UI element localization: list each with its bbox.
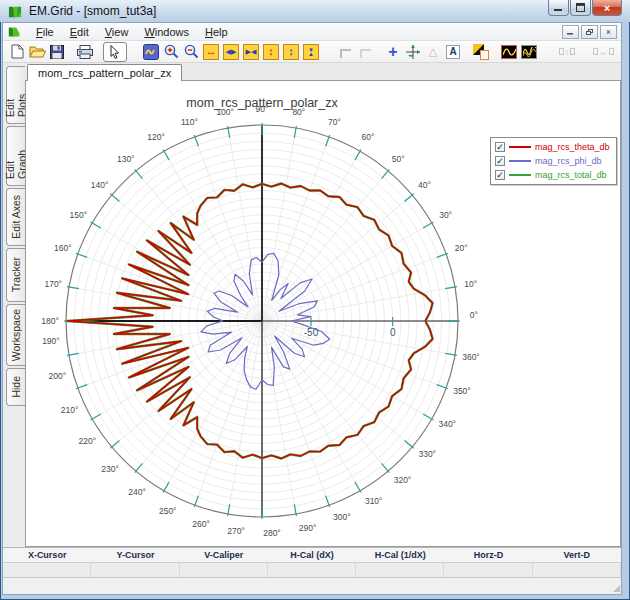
- new-document-button[interactable]: [7, 42, 27, 62]
- svg-text:330°: 330°: [418, 449, 436, 459]
- expand-vertical-button[interactable]: ↕: [261, 42, 281, 62]
- add-cursor-button[interactable]: +: [383, 42, 403, 62]
- resize-grip-icon[interactable]: ◢: [613, 583, 620, 593]
- expand-horizontal-button[interactable]: ↔: [201, 42, 221, 62]
- plot-style-2-button[interactable]: [519, 42, 539, 62]
- sidebar-tab-edit-axes[interactable]: Edit Axes: [6, 188, 25, 246]
- val-horz-d: [444, 563, 532, 577]
- spread-vertical-icon: ↕: [559, 47, 576, 57]
- svg-text:220°: 220°: [78, 436, 96, 446]
- sine-wave-icon: [501, 45, 517, 59]
- col-h-cal-1dx: H-Cal (1/dX): [356, 548, 444, 562]
- select-pointer-button[interactable]: [103, 42, 127, 62]
- mdi-close-icon: ×: [606, 27, 611, 37]
- corner-marker-icon: [340, 49, 351, 58]
- val-vert-d: [533, 563, 621, 577]
- pointer-icon: [110, 45, 120, 59]
- sidebar-tab-edit-plots[interactable]: Edit Plots: [6, 66, 25, 124]
- svg-text:340°: 340°: [438, 419, 456, 429]
- svg-text:80°: 80°: [292, 107, 305, 117]
- svg-text:40°: 40°: [418, 180, 431, 190]
- legend-label-theta: mag_rcs_theta_db: [535, 142, 610, 152]
- legend-checkbox-phi[interactable]: ✓: [495, 156, 505, 166]
- svg-text:210°: 210°: [61, 405, 79, 415]
- val-y-cursor: [91, 563, 179, 577]
- toolbar: ↔ ◀▶ ▶◀ ↕ ↕ ▼▲ + △ A ↕ ↔ Layout: [3, 41, 621, 63]
- mdi-minimize-button[interactable]: [562, 25, 579, 39]
- col-vert-d: Vert-D: [533, 548, 621, 562]
- svg-text:-50: -50: [304, 327, 319, 338]
- plot-panel: mom_rcs_pattern_polar_zx-5000°10°20°30°4…: [25, 81, 621, 547]
- menu-help[interactable]: Help: [197, 24, 236, 40]
- mdi-child-icon: [8, 25, 21, 38]
- sidebar-tab-hide[interactable]: Hide: [6, 368, 25, 406]
- legend-checkbox-total[interactable]: ✓: [495, 170, 505, 180]
- legend-row: ✓ mag_rcs_total_db: [495, 169, 610, 181]
- zoom-out-button[interactable]: [181, 42, 201, 62]
- title-bar[interactable]: EM.Grid - [smom_tut3a] ×: [0, 0, 630, 22]
- menu-view[interactable]: View: [97, 24, 137, 40]
- legend-line-sample: [509, 146, 531, 148]
- sidebar-tab-tracker[interactable]: Tracker: [6, 248, 25, 302]
- sidebar-tab-workspace[interactable]: Workspace: [6, 304, 25, 366]
- double-wave-icon: [521, 45, 537, 59]
- svg-text:30°: 30°: [439, 210, 452, 220]
- col-y-cursor: Y-Cursor: [91, 548, 179, 562]
- maximize-button[interactable]: [570, 0, 591, 16]
- svg-text:180°: 180°: [41, 316, 59, 326]
- val-x-cursor: [3, 563, 91, 577]
- mdi-restore-button[interactable]: [581, 25, 598, 39]
- minimize-button[interactable]: [548, 0, 569, 16]
- color-palette-button[interactable]: [471, 42, 491, 62]
- svg-text:160°: 160°: [54, 243, 72, 253]
- svg-text:50°: 50°: [392, 154, 405, 164]
- legend-line-sample: [509, 174, 531, 176]
- fit-horizontal-button[interactable]: ◀▶: [221, 42, 241, 62]
- axes-tracker-button[interactable]: [403, 42, 423, 62]
- svg-text:360°: 360°: [462, 352, 480, 362]
- svg-text:250°: 250°: [159, 506, 177, 516]
- legend-line-sample: [509, 160, 531, 162]
- svg-text:270°: 270°: [227, 526, 245, 536]
- svg-text:90°: 90°: [256, 104, 269, 114]
- spread-vertical-button-disabled: ↕: [553, 42, 581, 62]
- legend-row: ✓ mag_rcs_phi_db: [495, 155, 610, 167]
- shrink-horizontal-icon: ▶◀: [246, 48, 257, 55]
- mdi-close-button[interactable]: ×: [600, 25, 617, 39]
- val-h-cal-dx: [268, 563, 356, 577]
- sidebar-tab-edit-graph[interactable]: Edit Graph: [6, 126, 25, 186]
- legend-label-phi: mag_rcs_phi_db: [535, 156, 602, 166]
- app-logo-icon: [8, 4, 23, 19]
- menu-windows[interactable]: Windows: [136, 24, 197, 40]
- close-button[interactable]: ×: [592, 0, 622, 16]
- save-button[interactable]: [47, 42, 67, 62]
- delta-marker-button[interactable]: △: [423, 42, 443, 62]
- plot-style-1-button[interactable]: [499, 42, 519, 62]
- svg-text:170°: 170°: [44, 279, 62, 289]
- menu-edit[interactable]: Edit: [62, 24, 97, 40]
- val-v-caliper: [180, 563, 268, 577]
- svg-text:240°: 240°: [128, 487, 146, 497]
- triangle-icon: △: [429, 45, 437, 58]
- zoom-in-button[interactable]: [161, 42, 181, 62]
- text-annotation-button[interactable]: A: [443, 42, 463, 62]
- expand-horizontal-icon: ↔: [206, 46, 217, 57]
- text-a-icon: A: [446, 45, 460, 59]
- corner-marker-icon-2: [360, 49, 371, 58]
- menu-file[interactable]: File: [28, 24, 62, 40]
- zoom-window-button[interactable]: [141, 42, 161, 62]
- shrink-vertical-button[interactable]: ▼▲: [301, 42, 321, 62]
- fit-vertical-button[interactable]: ↕: [281, 42, 301, 62]
- svg-text:120°: 120°: [147, 132, 165, 142]
- shrink-horizontal-button[interactable]: ▶◀: [241, 42, 261, 62]
- print-button[interactable]: [75, 42, 95, 62]
- legend-checkbox-theta[interactable]: ✓: [495, 142, 505, 152]
- tab-mom-rcs-pattern-polar-zx[interactable]: mom_rcs_pattern_polar_zx: [27, 64, 182, 81]
- legend-row: ✓ mag_rcs_theta_db: [495, 141, 610, 153]
- svg-text:230°: 230°: [101, 464, 119, 474]
- corner-marker-2-button[interactable]: [355, 42, 375, 62]
- color-palette-icon: [473, 44, 489, 60]
- open-file-button[interactable]: [27, 42, 47, 62]
- corner-marker-1-button[interactable]: [335, 42, 355, 62]
- side-tab-rail: Edit Plots Edit Graph Edit Axes Tracker …: [3, 63, 25, 547]
